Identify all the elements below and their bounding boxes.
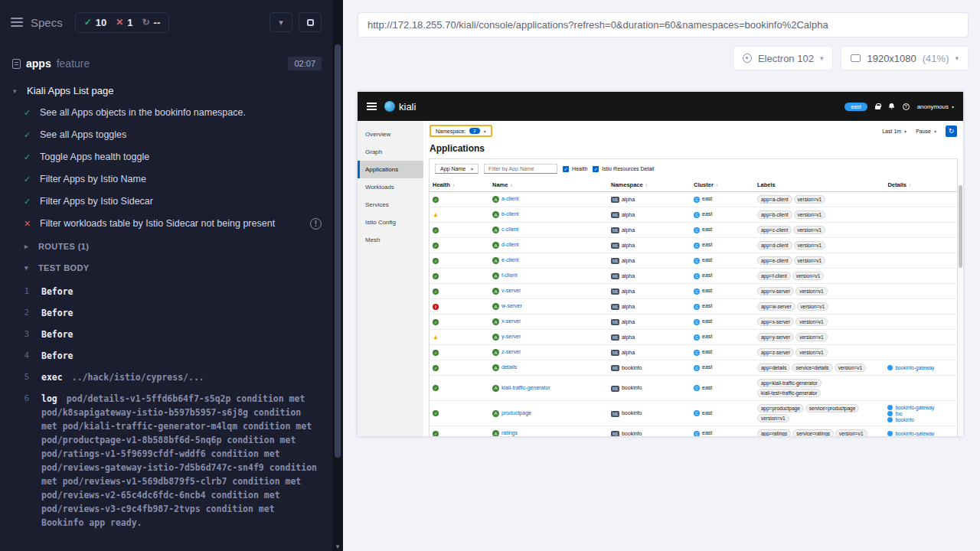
routes-section-row[interactable]: ▸ ROUTES (1): [0, 235, 332, 256]
filter-type-select[interactable]: App Name ▾: [435, 164, 479, 174]
command-number: 1: [0, 285, 41, 298]
istio-resource-icon: [887, 405, 893, 410]
test-item[interactable]: ✓Filter Apps by Istio Name: [0, 168, 332, 191]
kiali-scrollbar-thumb[interactable]: [959, 185, 962, 268]
browser-select[interactable]: Electron 102 ▾: [733, 46, 834, 70]
scrollbar-arrow-down-icon[interactable]: ▾: [332, 543, 343, 550]
test-item[interactable]: ✓See all Apps toggles: [0, 124, 332, 146]
chevron-down-icon: ▾: [952, 104, 954, 109]
column-header-cluster[interactable]: Cluster↕: [691, 178, 754, 192]
app-link[interactable]: d-client: [501, 242, 519, 247]
test-item[interactable]: ✓Filter Apps by Istio Sidecar: [0, 191, 332, 213]
sidebar-item-mesh[interactable]: Mesh: [358, 231, 423, 249]
istio-detail-link[interactable]: bookinfo-gateway: [887, 365, 954, 370]
sidebar-item-graph[interactable]: Graph: [358, 143, 423, 161]
bell-icon[interactable]: [888, 103, 895, 110]
istio-detail-link[interactable]: bookinfo-gateway: [887, 405, 954, 410]
table-header-row: Health↕Name↕Namespace↕Cluster↕LabelsDeta…: [430, 178, 957, 192]
app-link[interactable]: e-client: [501, 257, 519, 262]
stop-run-button[interactable]: [299, 12, 322, 32]
duration-select[interactable]: Last 1m ▾: [882, 129, 906, 134]
app-link[interactable]: kiali-traffic-generator: [501, 385, 550, 390]
app-link[interactable]: x-server: [501, 318, 521, 324]
spec-file-icon: [12, 59, 21, 69]
collapse-all-button[interactable]: ▾: [270, 12, 292, 32]
cluster-badge[interactable]: east: [844, 103, 867, 111]
viewport-select[interactable]: 1920x1080 (41%) ▾: [841, 46, 969, 70]
menu-icon[interactable]: [367, 103, 377, 110]
details-cell: [884, 345, 957, 360]
refresh-interval-select[interactable]: Pause ▾: [916, 129, 936, 134]
viewport-zoom: (41%): [923, 53, 949, 64]
app-link[interactable]: c-client: [501, 227, 518, 232]
app-link[interactable]: ratings: [501, 430, 518, 435]
suite-row[interactable]: ▾ Kiali Apps List page: [0, 78, 332, 102]
istio-resources-checkbox-label: Istio Resources Detail: [602, 166, 654, 171]
command-log-entry[interactable]: 1Before: [0, 281, 332, 302]
kiali-logo[interactable]: kiali: [384, 101, 416, 112]
filter-input[interactable]: [484, 164, 557, 174]
cluster-cell: Ceast: [691, 223, 754, 238]
namespace-label: Namespace:: [436, 129, 466, 134]
app-link[interactable]: v-server: [501, 288, 521, 293]
name-cell: Aratings: [489, 426, 608, 437]
reporter-scrollbar[interactable]: ▾: [332, 0, 343, 551]
refresh-button[interactable]: ↻: [946, 126, 957, 137]
app-link[interactable]: z-server: [501, 349, 521, 354]
app-link[interactable]: productpage: [501, 410, 531, 416]
command-log-entry[interactable]: 2Before: [0, 302, 332, 324]
user-menu[interactable]: anonymous ▾: [917, 103, 954, 110]
app-link[interactable]: b-client: [501, 211, 519, 217]
istio-resources-checkbox[interactable]: ✓ Istio Resources Detail: [593, 166, 654, 172]
health-checkbox[interactable]: ✓ Health: [563, 166, 587, 172]
specs-menu-icon[interactable]: [11, 18, 23, 27]
column-header-details[interactable]: Details↕: [884, 178, 957, 192]
column-header-name[interactable]: Name↕: [489, 178, 608, 192]
sidebar-item-istio-config[interactable]: Istio Config: [358, 214, 423, 231]
help-icon[interactable]: ?: [903, 103, 910, 110]
app-link[interactable]: a-client: [501, 196, 519, 201]
error-info-icon[interactable]: !: [310, 218, 322, 230]
label-pill: version=v1: [793, 226, 825, 234]
command-log-entry[interactable]: 6logpod/details-v1-5ffd6b64f7-s5q2p cond…: [0, 388, 332, 533]
namespace-cell: NSalpha: [608, 330, 691, 345]
name-cell: Ac-client: [489, 223, 608, 238]
namespace-icon: NS: [611, 227, 619, 233]
app-link[interactable]: w-server: [501, 303, 522, 308]
sidebar-item-workloads[interactable]: Workloads: [358, 178, 423, 196]
chevron-down-icon: ▾: [279, 18, 283, 28]
application-icon: A: [492, 385, 499, 392]
sidebar-item-overview[interactable]: Overview: [358, 126, 423, 143]
column-header-health[interactable]: Health↕: [430, 178, 489, 192]
istio-detail-link[interactable]: bookinfo-gateway: [887, 431, 954, 436]
kiali-scrollbar[interactable]: [959, 185, 962, 436]
cluster-icon: C: [694, 243, 700, 249]
application-icon: A: [492, 227, 499, 233]
istio-detail-link[interactable]: foo: [887, 411, 954, 416]
sidebar-item-services[interactable]: Services: [358, 196, 423, 214]
sidebar-item-applications[interactable]: Applications: [358, 161, 423, 178]
app-link[interactable]: f-client: [501, 272, 518, 278]
cluster-icon: C: [694, 289, 700, 295]
url-bar[interactable]: [358, 12, 969, 37]
command-log-entry[interactable]: 3Before: [0, 324, 332, 345]
test-item[interactable]: ✓See all Apps objects in the bookinfo na…: [0, 102, 332, 124]
column-header-namespace[interactable]: Namespace↕: [608, 178, 691, 192]
spec-file-row[interactable]: apps feature 02:07: [0, 44, 332, 78]
test-item[interactable]: ✓Toggle Apps health toggle: [0, 146, 332, 168]
app-link[interactable]: y-server: [501, 334, 521, 339]
istio-detail-link[interactable]: bookinfo: [887, 417, 954, 422]
app-link[interactable]: details: [501, 364, 517, 370]
namespace-select[interactable]: Namespace: 2 ▾: [430, 125, 492, 137]
command-log-entry[interactable]: 5exec../hack/istio/cypress/...: [0, 367, 332, 388]
test-body-section-row[interactable]: ▾ TEST BODY: [0, 256, 332, 278]
command-log-entry[interactable]: 4Before: [0, 345, 332, 367]
command-number: 3: [0, 328, 41, 341]
kiali-body: OverviewGraphApplicationsWorkloadsServic…: [358, 121, 963, 436]
specs-title[interactable]: Specs: [31, 16, 63, 29]
namespace-icon: NS: [611, 411, 619, 417]
scrollbar-thumb[interactable]: [335, 44, 341, 458]
chevron-right-icon: ▸: [24, 243, 31, 250]
health-cell: ✓: [430, 345, 489, 360]
test-item[interactable]: ✕Filter workloads table by Istio Sidecar…: [0, 213, 332, 235]
